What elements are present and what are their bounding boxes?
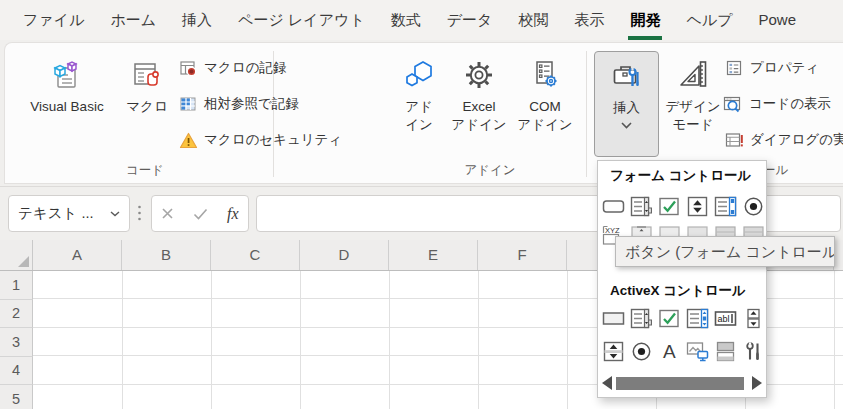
excel-addins-gear-icon <box>463 59 495 91</box>
macro-security-button[interactable]: マクロのセキュリティ <box>179 127 342 153</box>
activex-text-box-icon[interactable]: abl <box>714 307 737 330</box>
activex-more-controls-icon[interactable] <box>742 340 765 363</box>
macro-security-warning-icon <box>179 131 198 150</box>
scroll-right-arrow-icon[interactable] <box>752 376 762 390</box>
activex-image-icon[interactable] <box>686 340 709 363</box>
abl-glyph: abl <box>718 314 730 324</box>
insert-controls-button[interactable]: 挿入 <box>594 51 659 157</box>
activex-check-box-icon[interactable] <box>658 307 681 330</box>
menu-tab-8[interactable]: 開発 <box>617 0 673 40</box>
form-spin-button-icon[interactable] <box>686 195 709 218</box>
column-header-A[interactable]: A <box>33 240 122 270</box>
activex-controls-row-1: abl <box>602 307 765 330</box>
dropdown-horizontal-scrollbar[interactable] <box>600 373 764 393</box>
form-list-box-icon[interactable] <box>714 195 737 218</box>
run-dialog-button[interactable]: ダイアログの実行 <box>725 127 843 153</box>
properties-button[interactable]: プロパティ <box>725 55 819 81</box>
design-mode-button[interactable]: デザインモード <box>661 51 725 157</box>
macros-button[interactable]: マクロ <box>121 51 173 157</box>
activex-scroll-bar-icon[interactable] <box>602 340 625 363</box>
menu-tab-4[interactable]: 数式 <box>378 0 434 40</box>
relative-references-label: 相対参照で記録 <box>204 95 299 113</box>
row-header-2[interactable]: 2 <box>0 300 33 329</box>
button-form-control-tooltip: ボタン (フォーム コントロール) <box>615 236 835 267</box>
activex-controls-row-2: A <box>602 340 765 363</box>
menu-tab-6[interactable]: 校閲 <box>505 0 561 40</box>
view-code-label: コードの表示 <box>749 95 831 113</box>
record-macro-icon <box>179 59 198 78</box>
menu-tab-3[interactable]: ページ レイアウト <box>225 0 378 40</box>
ribbon-tab-bar: ファイルホーム挿入ページ レイアウト数式データ校閲表示開発ヘルプPowe <box>0 0 843 40</box>
column-header-D[interactable]: D <box>300 240 389 270</box>
excel-developer-tab-screen: { "menu_tabs": [ {"label":"ファイル","active… <box>0 0 843 409</box>
properties-icon <box>725 59 744 78</box>
row-header-4[interactable]: 4 <box>0 357 33 386</box>
chevron-down-icon <box>621 122 632 129</box>
activex-command-button-icon[interactable] <box>602 307 625 330</box>
form-button-icon[interactable] <box>602 195 625 218</box>
addins-button[interactable]: アドイン <box>393 51 445 157</box>
com-addins-button[interactable]: COMアドイン <box>513 51 577 157</box>
scrollbar-thumb[interactable] <box>616 377 744 390</box>
run-dialog-label: ダイアログの実行 <box>750 131 843 149</box>
cancel-icon[interactable] <box>161 207 174 220</box>
excel-addins-label-line1: Excel <box>462 99 495 114</box>
scroll-left-arrow-icon[interactable] <box>602 376 612 390</box>
form-controls-title: フォーム コントロール <box>610 167 751 185</box>
name-box[interactable]: テキスト ... <box>8 195 130 232</box>
form-check-box-icon[interactable] <box>658 195 681 218</box>
xyz-glyph: XYZ <box>605 226 620 235</box>
view-code-button[interactable]: コードの表示 <box>723 91 831 117</box>
record-macro-button[interactable]: マクロの記録 <box>179 55 286 81</box>
activex-controls-title: ActiveX コントロール <box>610 282 746 300</box>
activex-label-icon[interactable]: A <box>658 340 681 363</box>
column-header-B[interactable]: B <box>122 240 211 270</box>
com-addins-label-line1: COM <box>529 99 561 114</box>
menu-tab-7[interactable]: 表示 <box>561 0 617 40</box>
insert-function-fx-button[interactable]: fx <box>227 205 239 223</box>
design-mode-label-line2: モード <box>672 117 713 132</box>
relative-references-button[interactable]: 相対参照で記録 <box>179 91 299 117</box>
column-header-C[interactable]: C <box>211 240 300 270</box>
com-addins-icon <box>529 59 561 91</box>
insert-controls-dropdown: フォーム コントロール <box>597 160 767 398</box>
row-header-3[interactable]: 3 <box>0 328 33 357</box>
form-combo-box-icon[interactable] <box>630 195 653 218</box>
activex-option-button-icon[interactable] <box>630 340 653 363</box>
menu-tab-10[interactable]: Powe <box>746 0 810 40</box>
menu-tab-9[interactable]: ヘルプ <box>673 0 745 40</box>
column-header-E[interactable]: E <box>389 240 478 270</box>
macro-security-label: マクロのセキュリティ <box>204 131 342 149</box>
activex-combo-box-icon[interactable] <box>630 307 653 330</box>
menu-tab-5[interactable]: データ <box>434 0 506 40</box>
record-macro-label: マクロの記録 <box>204 59 286 77</box>
enter-check-icon[interactable] <box>193 208 208 220</box>
visual-basic-icon <box>51 59 83 91</box>
menu-tab-1[interactable]: ホーム <box>97 0 169 40</box>
visual-basic-button[interactable]: Visual Basic <box>17 51 117 157</box>
row-header-1[interactable]: 1 <box>0 271 33 300</box>
form-option-button-icon[interactable] <box>742 195 765 218</box>
menu-tab-2[interactable]: 挿入 <box>169 0 225 40</box>
select-all-triangle-icon <box>18 256 29 267</box>
excel-addins-label-line2: アドイン <box>451 117 506 132</box>
macros-icon <box>131 59 163 91</box>
select-all-corner[interactable] <box>0 240 33 270</box>
activex-toggle-button-icon[interactable] <box>714 340 737 363</box>
formula-buttons: fx <box>151 195 249 232</box>
addins-group-label: アドイン <box>350 162 630 179</box>
excel-addins-button[interactable]: Excelアドイン <box>446 51 512 157</box>
group-separator <box>586 51 587 177</box>
macros-label: マクロ <box>126 98 167 116</box>
name-box-resize-dots-icon[interactable] <box>137 202 142 224</box>
column-header-F[interactable]: F <box>478 240 567 270</box>
activex-list-box-icon[interactable] <box>686 307 709 330</box>
addins-hexagon-icon <box>403 59 435 91</box>
activex-spin-button-icon[interactable] <box>742 307 765 330</box>
row-header-5[interactable]: 5 <box>0 385 33 409</box>
menu-tab-0[interactable]: ファイル <box>10 0 97 40</box>
chevron-down-icon[interactable] <box>110 211 120 217</box>
addins-label-line2: イン <box>405 117 433 132</box>
com-addins-label-line2: アドイン <box>517 117 572 132</box>
run-dialog-icon <box>725 131 744 150</box>
